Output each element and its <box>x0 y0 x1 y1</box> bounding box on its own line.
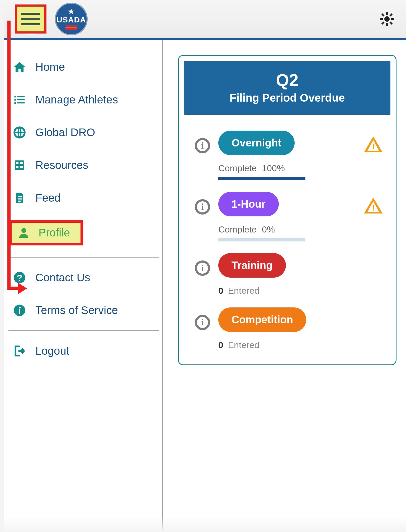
svg-point-0 <box>384 16 390 22</box>
info-icon[interactable]: i <box>195 315 210 330</box>
flag-bars-icon <box>65 25 77 30</box>
status-line: Complete 0% <box>218 224 275 236</box>
svg-line-6 <box>390 22 392 24</box>
sidebar-item-label: Profile <box>39 226 70 239</box>
count-label: Entered <box>228 340 259 350</box>
hamburger-icon[interactable] <box>21 13 40 25</box>
status-label: Complete <box>218 163 257 173</box>
sidebar-item-resources[interactable]: Resources <box>4 149 162 182</box>
svg-point-29 <box>19 307 21 308</box>
theme-toggle-button[interactable] <box>379 11 395 27</box>
pill-one-hour[interactable]: 1-Hour <box>218 192 279 216</box>
count-line: 0 Entered <box>218 340 259 350</box>
sidebar-divider <box>8 330 159 331</box>
warning-icon <box>364 136 383 152</box>
svg-rect-16 <box>15 160 24 170</box>
sidebar-item-manage-athletes[interactable]: Manage Athletes <box>4 83 162 116</box>
globe-icon <box>12 125 27 140</box>
svg-rect-9 <box>15 96 16 98</box>
status-value: 100% <box>262 163 285 173</box>
document-icon <box>12 191 27 205</box>
pill-overnight[interactable]: Overnight <box>218 131 295 155</box>
svg-rect-13 <box>15 102 16 104</box>
filing-period-card: Q2 Filing Period Overdue i Overnight Com… <box>178 55 396 365</box>
usada-logo: ★ USADA <box>55 3 88 35</box>
svg-line-8 <box>390 14 392 16</box>
pill-competition[interactable]: Competition <box>218 307 306 332</box>
sidebar-item-global-dro[interactable]: Global DRO <box>4 116 162 149</box>
sidebar-item-label: Resources <box>35 159 88 172</box>
sun-icon <box>379 11 395 27</box>
menu-button-container <box>14 3 47 35</box>
sidebar-item-profile[interactable]: Profile <box>9 220 83 245</box>
entry-overnight: i Overnight Complete 100% <box>179 125 396 187</box>
logo-text: USADA <box>56 15 86 24</box>
status-line: Complete 100% <box>218 163 285 175</box>
entry-training: i Training 0 Entered <box>179 248 396 302</box>
svg-line-7 <box>382 22 384 24</box>
quarter-label: Q2 <box>189 70 385 90</box>
svg-rect-11 <box>15 99 16 101</box>
annotation-arrowhead <box>18 283 27 294</box>
info-icon[interactable]: i <box>195 260 210 276</box>
entry-one-hour: i 1-Hour Complete 0% <box>179 187 396 248</box>
sidebar-item-contact-us[interactable]: ? Contact Us <box>4 261 162 294</box>
sidebar: Home Manage Athletes Global DRO Resource… <box>4 40 163 532</box>
app-body: Home Manage Athletes Global DRO Resource… <box>4 40 406 532</box>
progress-bar-empty <box>218 238 305 241</box>
sidebar-item-feed[interactable]: Feed <box>4 182 162 214</box>
svg-point-24 <box>21 228 26 233</box>
info-icon[interactable]: i <box>195 138 210 153</box>
menu-button-highlight <box>15 4 46 34</box>
svg-rect-10 <box>17 96 25 97</box>
status-label: Complete <box>218 224 257 234</box>
svg-rect-17 <box>16 162 18 164</box>
logout-icon <box>12 344 27 358</box>
progress-bar-full <box>218 177 305 180</box>
status-value: 0% <box>262 224 275 234</box>
svg-rect-20 <box>20 166 23 168</box>
sidebar-item-label: Home <box>35 61 65 73</box>
svg-text:?: ? <box>17 273 22 283</box>
app-frame: ★ USADA <box>4 0 406 532</box>
info-icon <box>12 303 27 318</box>
list-icon <box>12 92 27 107</box>
app-header: ★ USADA <box>4 0 406 40</box>
star-icon: ★ <box>56 8 86 15</box>
svg-line-5 <box>382 14 384 16</box>
sidebar-item-label: Global DRO <box>35 126 95 139</box>
sidebar-item-label: Contact Us <box>35 271 90 284</box>
count-label: Entered <box>228 286 259 296</box>
sidebar-item-home[interactable]: Home <box>4 51 162 83</box>
sidebar-item-label: Feed <box>35 192 61 204</box>
card-subtitle: Filing Period Overdue <box>189 92 385 104</box>
main-content: Q2 Filing Period Overdue i Overnight Com… <box>163 40 406 532</box>
user-icon <box>16 225 31 240</box>
count-value: 0 <box>218 340 223 350</box>
svg-rect-14 <box>17 102 25 103</box>
svg-rect-19 <box>16 166 18 168</box>
sidebar-item-label: Terms of Service <box>35 304 118 317</box>
warning-icon <box>364 198 383 213</box>
sidebar-item-label: Manage Athletes <box>35 93 118 106</box>
sidebar-divider <box>8 257 159 258</box>
info-icon[interactable]: i <box>195 199 210 215</box>
entry-competition: i Competition 0 Entered <box>179 302 396 357</box>
count-value: 0 <box>218 286 223 296</box>
svg-rect-18 <box>20 162 23 164</box>
annotation-line-vertical <box>7 21 11 289</box>
svg-rect-28 <box>19 309 20 314</box>
svg-rect-12 <box>17 99 25 100</box>
count-line: 0 Entered <box>218 286 259 296</box>
sidebar-item-logout[interactable]: Logout <box>4 335 162 367</box>
sidebar-item-label: Logout <box>35 345 69 357</box>
card-header: Q2 Filing Period Overdue <box>184 61 390 115</box>
grid-icon <box>12 158 27 173</box>
sidebar-item-terms[interactable]: Terms of Service <box>4 294 162 327</box>
home-icon <box>12 60 27 74</box>
logo-inner: ★ USADA <box>56 8 86 30</box>
pill-training[interactable]: Training <box>218 253 286 278</box>
